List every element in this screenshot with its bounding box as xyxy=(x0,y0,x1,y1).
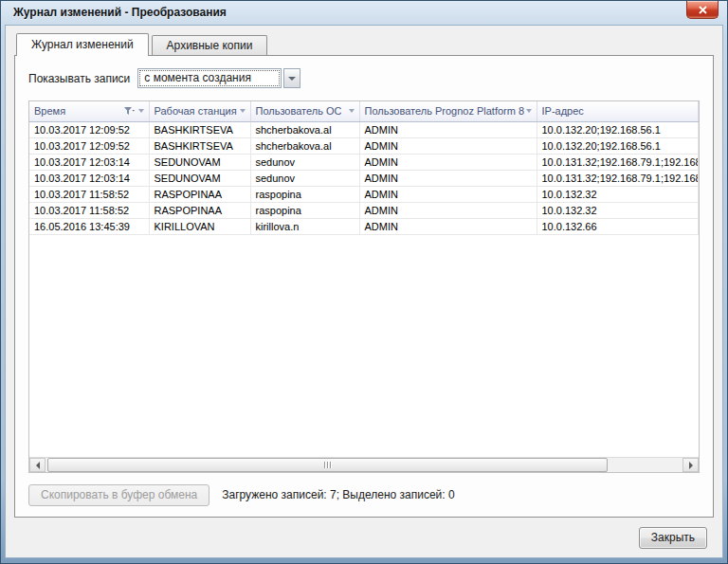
close-window-button[interactable] xyxy=(686,1,719,19)
dialog-footer: Закрыть xyxy=(14,518,714,557)
table-cell: ADMIN xyxy=(359,170,537,186)
table-cell: ADMIN xyxy=(359,137,537,154)
table-cell: 10.03.2017 12:09:52 xyxy=(29,121,149,137)
table-cell: kirillova.n xyxy=(250,218,359,234)
table-cell: KIRILLOVAN xyxy=(149,218,250,234)
table-cell: 16.05.2016 13:45:39 xyxy=(29,218,149,234)
column-header-platform-user[interactable]: Пользователь Prognoz Platform 8 xyxy=(359,101,537,121)
tab-change-log[interactable]: Журнал изменений xyxy=(16,33,149,56)
close-button[interactable]: Закрыть xyxy=(639,527,707,549)
chevron-down-icon xyxy=(288,77,296,81)
table-row[interactable]: 16.05.2016 13:45:39KIRILLOVANkirillova.n… xyxy=(29,218,699,234)
table-header-row: Время xyxy=(29,101,699,121)
column-header-ip-address[interactable]: IP-адрес xyxy=(537,101,699,121)
column-dropdown-icon[interactable] xyxy=(138,109,144,113)
scrollbar-grip-icon xyxy=(327,462,328,468)
table-cell: shcherbakova.al xyxy=(250,137,359,154)
dialog-body: Журнал изменений Архивные копии Показыва… xyxy=(5,25,723,558)
column-dropdown-icon[interactable] xyxy=(240,109,246,113)
table-row[interactable]: 10.03.2017 12:09:52BASHKIRTSEVAshcherbak… xyxy=(29,121,699,137)
scroll-left-button[interactable] xyxy=(29,458,46,472)
column-header-os-user[interactable]: Пользователь ОС xyxy=(250,101,359,121)
table-cell: 10.0.132.20;192.168.56.1 xyxy=(537,137,699,154)
column-header-workstation[interactable]: Рабочая станция xyxy=(149,101,250,121)
table-cell: 10.0.132.20;192.168.56.1 xyxy=(537,121,699,137)
records-range-dropdown-button[interactable] xyxy=(283,68,300,88)
table-cell: ADMIN xyxy=(359,202,537,218)
table-body: 10.03.2017 12:09:52BASHKIRTSEVAshcherbak… xyxy=(29,121,699,234)
table-cell: 10.0.132.32 xyxy=(537,186,699,202)
scrollbar-grip-icon xyxy=(324,462,325,468)
filter-funnel-icon[interactable] xyxy=(124,107,135,116)
window-title: Журнал изменений - Преобразования xyxy=(13,6,227,19)
show-records-label: Показывать записи xyxy=(28,72,130,85)
arrow-left-icon xyxy=(36,462,40,469)
table-cell: sedunov xyxy=(250,154,359,170)
column-header-time[interactable]: Время xyxy=(29,101,149,121)
table-row[interactable]: 10.03.2017 11:58:52RASPOPINAAraspopinaAD… xyxy=(29,186,699,202)
table-cell: 10.0.131.32;192.168.79.1;192.168. xyxy=(537,154,699,170)
table-row[interactable]: 10.03.2017 12:09:52BASHKIRTSEVAshcherbak… xyxy=(29,137,699,154)
scrollbar-track[interactable] xyxy=(46,458,682,472)
table-cell: RASPOPINAA xyxy=(149,202,250,218)
table-cell: 10.03.2017 12:03:14 xyxy=(29,170,149,186)
table-cell: 10.0.132.66 xyxy=(537,218,699,234)
table-row[interactable]: 10.03.2017 11:58:52RASPOPINAAraspopinaAD… xyxy=(29,202,699,218)
table-cell: 10.03.2017 11:58:52 xyxy=(29,202,149,218)
table-row[interactable]: 10.03.2017 12:03:14SEDUNOVAMsedunovADMIN… xyxy=(29,154,699,170)
close-icon xyxy=(699,6,707,14)
arrow-right-icon xyxy=(689,462,693,469)
table-cell: RASPOPINAA xyxy=(149,186,250,202)
grid-actions-row: Скопировать в буфер обмена Загружено зап… xyxy=(28,482,700,507)
table-cell: 10.03.2017 11:58:52 xyxy=(29,186,149,202)
table-cell: raspopina xyxy=(250,186,359,202)
table-cell: ADMIN xyxy=(359,154,537,170)
scroll-right-button[interactable] xyxy=(682,458,699,472)
table-cell: BASHKIRTSEVA xyxy=(149,137,250,154)
dialog-window: Журнал изменений - Преобразования Журнал… xyxy=(0,0,728,564)
table-cell: BASHKIRTSEVA xyxy=(149,121,250,137)
tab-strip: Журнал изменений Архивные копии xyxy=(14,33,714,55)
records-status-text: Загружено записей: 7; Выделено записей: … xyxy=(222,488,454,501)
table-row[interactable]: 10.03.2017 12:03:14SEDUNOVAMsedunovADMIN… xyxy=(29,170,699,186)
table-cell: shcherbakova.al xyxy=(250,121,359,137)
records-range-combobox[interactable]: с момента создания xyxy=(137,68,282,88)
tab-panel-change-log: Показывать записи с момента создания xyxy=(14,55,714,518)
change-log-grid: Время xyxy=(28,100,700,473)
table-cell: 10.03.2017 12:09:52 xyxy=(29,137,149,154)
copy-to-clipboard-button[interactable]: Скопировать в буфер обмена xyxy=(28,484,209,506)
table-cell: sedunov xyxy=(250,170,359,186)
table-cell: ADMIN xyxy=(359,186,537,202)
table-cell: raspopina xyxy=(250,202,359,218)
table-cell: 10.0.132.32 xyxy=(537,202,699,218)
tab-archive-copies[interactable]: Архивные копии xyxy=(152,35,268,55)
table-cell: ADMIN xyxy=(359,121,537,137)
column-dropdown-icon[interactable] xyxy=(526,109,532,113)
scrollbar-grip-icon xyxy=(330,462,331,468)
scrollbar-thumb[interactable] xyxy=(47,458,608,472)
table-cell: SEDUNOVAM xyxy=(149,154,250,170)
horizontal-scrollbar[interactable] xyxy=(29,457,699,472)
table-cell: 10.0.131.32;192.168.79.1;192.168. xyxy=(537,170,699,186)
column-dropdown-icon[interactable] xyxy=(349,109,355,113)
table-cell: SEDUNOVAM xyxy=(149,170,250,186)
title-bar[interactable]: Журнал изменений - Преобразования xyxy=(5,1,723,25)
change-log-table: Время xyxy=(29,101,699,235)
table-cell: ADMIN xyxy=(359,218,537,234)
table-cell: 10.03.2017 12:03:14 xyxy=(29,154,149,170)
filter-row: Показывать записи с момента создания xyxy=(28,68,700,88)
